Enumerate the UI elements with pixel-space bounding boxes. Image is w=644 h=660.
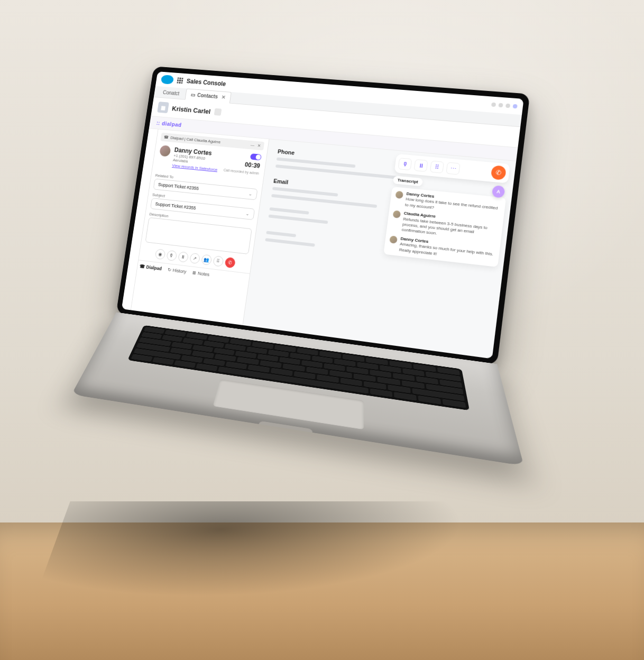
- chevron-down-icon: ⌄: [245, 211, 250, 216]
- transfer-button[interactable]: ↗: [189, 253, 200, 264]
- skeleton: [269, 207, 309, 215]
- skeleton: [265, 238, 315, 246]
- laptop: Sales Console Conatct ▭ Contacts ✕ ◼ Kri…: [96, 66, 530, 509]
- more-button[interactable]: ⋯: [446, 162, 460, 175]
- contact-card-icon: ▭: [191, 92, 196, 98]
- skeleton: [266, 231, 296, 237]
- transcript-panel: Danny Cortes How long does it take to se…: [383, 187, 506, 267]
- hangup-button[interactable]: ✆: [491, 165, 507, 180]
- transcript-tab[interactable]: Transcript: [393, 176, 423, 186]
- caller-info: Danny Cortes +1 (201) 897-8510 Aerolabs …: [172, 146, 223, 172]
- record-button[interactable]: ◉: [154, 249, 165, 260]
- window-indicator: [491, 103, 518, 109]
- close-icon[interactable]: ✕: [221, 94, 226, 100]
- app-launcher-icon[interactable]: [177, 77, 183, 84]
- related-to-value: Support Ticket #2355: [158, 182, 199, 191]
- skeleton: [271, 194, 378, 208]
- breadcrumb-label: Conatct: [158, 87, 185, 99]
- record-toggle[interactable]: [250, 153, 262, 160]
- add-participant-button[interactable]: 👥: [201, 254, 212, 265]
- recorded-caption: Call recorded by admin: [223, 168, 259, 175]
- speaker-avatar: [395, 191, 403, 199]
- keypad-button[interactable]: ⠿: [213, 255, 224, 267]
- tab-history[interactable]: ↻ History: [167, 267, 187, 274]
- mic-button[interactable]: 🎙: [398, 158, 412, 170]
- pause-button[interactable]: ⏸: [414, 159, 428, 172]
- phone-icon: ☎: [139, 263, 145, 269]
- contact-name: Kristin Carlel: [171, 105, 211, 115]
- skeleton: [275, 164, 397, 179]
- call-timer: 00:39: [244, 161, 261, 170]
- tab-label: Contacts: [197, 93, 218, 99]
- hangup-button[interactable]: ✆: [224, 257, 235, 269]
- tab-dialpad[interactable]: ☎ Dialpad: [139, 263, 162, 271]
- minimize-icon[interactable]: —: [250, 143, 255, 148]
- subject-value: Support Ticket #2355: [155, 201, 196, 211]
- history-icon: ↻: [167, 267, 172, 272]
- tab-dialpad-label: Dialpad: [146, 264, 162, 271]
- front-notch: [259, 421, 313, 433]
- notes-icon: 🗎: [192, 270, 197, 276]
- tab-notes[interactable]: 🗎 Notes: [192, 270, 210, 278]
- contact-icon: ◼: [157, 102, 169, 113]
- tab-notes-label: Notes: [198, 271, 210, 277]
- record-action-icon[interactable]: [214, 108, 222, 116]
- salesforce-logo-icon: [161, 75, 174, 84]
- keypad-button[interactable]: ⠿: [430, 161, 444, 173]
- close-icon[interactable]: ✕: [257, 143, 261, 148]
- speaker-avatar: [389, 235, 398, 244]
- phone-transfer-icon: ☎: [163, 135, 169, 140]
- floating-call-widget: 🎙 ⏸ ⠿ ⋯ ✆ Transcript A Danny Cortes: [383, 154, 510, 267]
- call-right: 00:39 Call recorded by admin: [223, 151, 261, 175]
- speaker-avatar: [392, 210, 401, 218]
- tab-history-label: History: [172, 268, 187, 274]
- skeleton: [269, 215, 328, 224]
- hold-button[interactable]: ⏸: [178, 251, 189, 262]
- laptop-shadow: [35, 501, 472, 597]
- app-window: Sales Console Conatct ▭ Contacts ✕ ◼ Kri…: [122, 71, 524, 359]
- chevron-down-icon: ⌄: [248, 191, 253, 196]
- caller-avatar: [159, 145, 171, 157]
- app-title: Sales Console: [186, 78, 226, 88]
- mute-button[interactable]: 🎙: [166, 250, 177, 261]
